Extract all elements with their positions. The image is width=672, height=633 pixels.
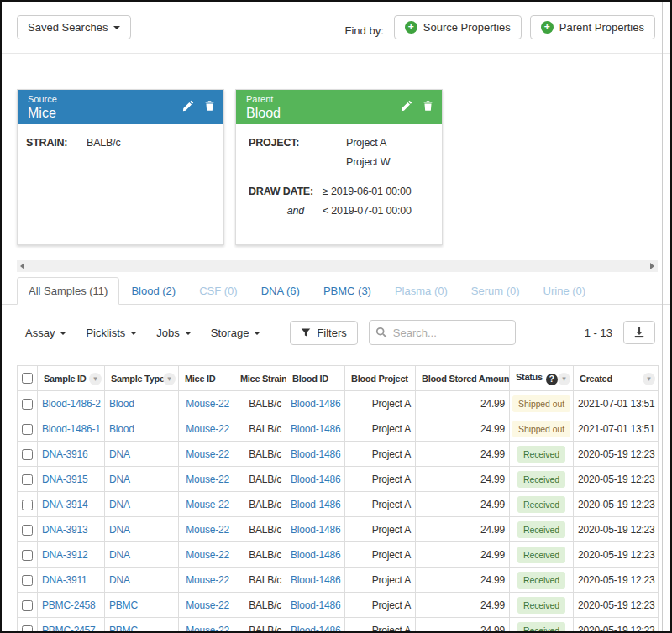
link-mice_id[interactable]: Mouse-22 <box>179 593 234 618</box>
sort-menu-icon[interactable]: ▾ <box>89 373 102 385</box>
cell-mice_strain: BALB/c <box>234 391 286 416</box>
menu-picklists[interactable]: Picklists <box>86 327 137 339</box>
link-mice_id[interactable]: Mouse-22 <box>179 442 234 467</box>
link-blood_id[interactable]: Blood-1486 <box>286 416 345 442</box>
table-body: Blood-1486-2BloodMouse-22BALB/cBlood-148… <box>18 391 659 633</box>
tab-all-samples-11[interactable]: All Samples (11) <box>17 277 119 305</box>
saved-searches-button[interactable]: Saved Searches <box>17 15 131 39</box>
tab-dna-6[interactable]: DNA (6) <box>249 277 312 305</box>
help-icon[interactable]: ? <box>546 374 558 385</box>
link-blood_id[interactable]: Blood-1486 <box>286 542 345 568</box>
tab-blood-2[interactable]: Blood (2) <box>119 277 187 305</box>
row-checkbox[interactable] <box>22 424 33 435</box>
link-sample_id[interactable]: DNA-3912 <box>38 542 105 568</box>
tab-csf-0[interactable]: CSF (0) <box>187 277 249 305</box>
link-sample_type[interactable]: Blood <box>105 391 179 416</box>
scroll-right-icon[interactable] <box>650 263 654 269</box>
toolbar-menus: AssayPicklistsJobsStorage <box>25 325 280 340</box>
cell-blood_stored_amount: 24.99 <box>416 542 510 568</box>
column-header-mice_strain: Mice Strain <box>234 366 286 391</box>
criteria-label <box>249 155 323 170</box>
criteria-value: BALB/c <box>87 136 215 150</box>
table-row: DNA-3913DNAMouse-22BALB/cBlood-1486Proje… <box>18 517 659 542</box>
find-by-group: Find by: + Source Properties + Parent Pr… <box>345 15 655 39</box>
link-sample_id[interactable]: Blood-1486-1 <box>38 416 105 442</box>
link-sample_id[interactable]: Blood-1486-2 <box>38 391 105 416</box>
cell-blood_project: Project A <box>345 618 416 633</box>
link-mice_id[interactable]: Mouse-22 <box>179 391 234 416</box>
row-checkbox[interactable] <box>22 550 33 561</box>
link-sample_id[interactable]: PBMC-2458 <box>38 593 105 618</box>
link-sample_id[interactable]: DNA-3915 <box>38 467 105 492</box>
sort-menu-icon[interactable]: ▾ <box>163 373 176 385</box>
link-sample_type[interactable]: DNA <box>105 517 179 542</box>
link-mice_id[interactable]: Mouse-22 <box>179 467 234 492</box>
scroll-left-icon[interactable] <box>20 263 24 269</box>
link-blood_id[interactable]: Blood-1486 <box>286 593 345 618</box>
link-sample_type[interactable]: PBMC <box>105 618 179 633</box>
link-sample_id[interactable]: DNA-3916 <box>38 442 105 467</box>
tab-plasma-0[interactable]: Plasma (0) <box>383 277 459 305</box>
samples-table-wrap: Sample ID▾Sample Type▾Mice IDMice Strain… <box>2 345 670 633</box>
link-sample_type[interactable]: DNA <box>105 442 179 467</box>
horizontal-scrollbar[interactable] <box>17 260 658 272</box>
sort-menu-icon[interactable]: ▾ <box>643 373 655 385</box>
filters-button[interactable]: Filters <box>290 321 357 345</box>
link-sample_type[interactable]: DNA <box>105 492 179 517</box>
menu-jobs[interactable]: Jobs <box>156 327 191 339</box>
delete-trash-icon[interactable] <box>204 100 215 112</box>
row-checkbox[interactable] <box>22 500 33 510</box>
row-checkbox[interactable] <box>22 399 33 410</box>
row-checkbox[interactable] <box>22 449 33 460</box>
link-blood_id[interactable]: Blood-1486 <box>286 568 345 593</box>
table-row: Blood-1486-2BloodMouse-22BALB/cBlood-148… <box>18 391 659 416</box>
link-blood_id[interactable]: Blood-1486 <box>286 442 345 467</box>
link-sample_type[interactable]: DNA <box>105 568 179 593</box>
cell-created: 2021-07-01 13:51 <box>574 416 659 442</box>
search-input[interactable] <box>369 320 516 345</box>
link-mice_id[interactable]: Mouse-22 <box>179 568 234 593</box>
menu-assay[interactable]: Assay <box>25 327 66 339</box>
row-checkbox[interactable] <box>22 600 33 611</box>
link-mice_id[interactable]: Mouse-22 <box>179 618 234 633</box>
edit-pencil-icon[interactable] <box>182 100 194 112</box>
link-mice_id[interactable]: Mouse-22 <box>179 517 234 542</box>
filter-criteria-row: PROJECT:Project A <box>236 134 442 152</box>
link-blood_id[interactable]: Blood-1486 <box>286 467 345 492</box>
cell-mice_strain: BALB/c <box>234 593 286 618</box>
link-mice_id[interactable]: Mouse-22 <box>179 542 234 568</box>
link-mice_id[interactable]: Mouse-22 <box>179 416 234 442</box>
row-checkbox[interactable] <box>22 575 33 586</box>
sort-menu-icon[interactable]: ▾ <box>558 373 570 385</box>
column-label: Mice Strain <box>240 374 286 384</box>
link-sample_type[interactable]: Blood <box>105 416 179 442</box>
parent-properties-button[interactable]: + Parent Properties <box>530 15 655 39</box>
row-checkbox[interactable] <box>22 625 33 633</box>
edit-pencil-icon[interactable] <box>401 100 412 112</box>
menu-storage[interactable]: Storage <box>211 327 261 339</box>
cell-status: Shipped out <box>510 391 574 416</box>
link-sample_id[interactable]: DNA-3914 <box>38 492 105 517</box>
download-button[interactable] <box>623 321 655 344</box>
link-mice_id[interactable]: Mouse-22 <box>179 492 234 517</box>
status-badge: Received <box>517 521 565 538</box>
link-blood_id[interactable]: Blood-1486 <box>286 517 345 542</box>
link-blood_id[interactable]: Blood-1486 <box>286 391 345 416</box>
source-properties-button[interactable]: + Source Properties <box>394 15 522 39</box>
link-sample_type[interactable]: DNA <box>105 467 179 492</box>
tab-urine-0[interactable]: Urine (0) <box>532 277 598 305</box>
link-sample_id[interactable]: DNA-3911 <box>38 568 105 593</box>
row-checkbox[interactable] <box>22 525 33 536</box>
link-sample_type[interactable]: PBMC <box>105 593 179 618</box>
link-sample_id[interactable]: PBMC-2457 <box>38 618 105 633</box>
link-sample_id[interactable]: DNA-3913 <box>38 517 105 542</box>
plus-circle-icon: + <box>405 21 417 34</box>
tab-serum-0[interactable]: Serum (0) <box>459 277 532 305</box>
select-all-checkbox[interactable] <box>22 373 33 384</box>
link-blood_id[interactable]: Blood-1486 <box>286 492 345 517</box>
link-blood_id[interactable]: Blood-1486 <box>286 618 345 633</box>
row-checkbox[interactable] <box>22 474 33 485</box>
tab-pbmc-3[interactable]: PBMC (3) <box>312 277 383 305</box>
link-sample_type[interactable]: DNA <box>105 542 179 568</box>
delete-trash-icon[interactable] <box>423 100 433 112</box>
